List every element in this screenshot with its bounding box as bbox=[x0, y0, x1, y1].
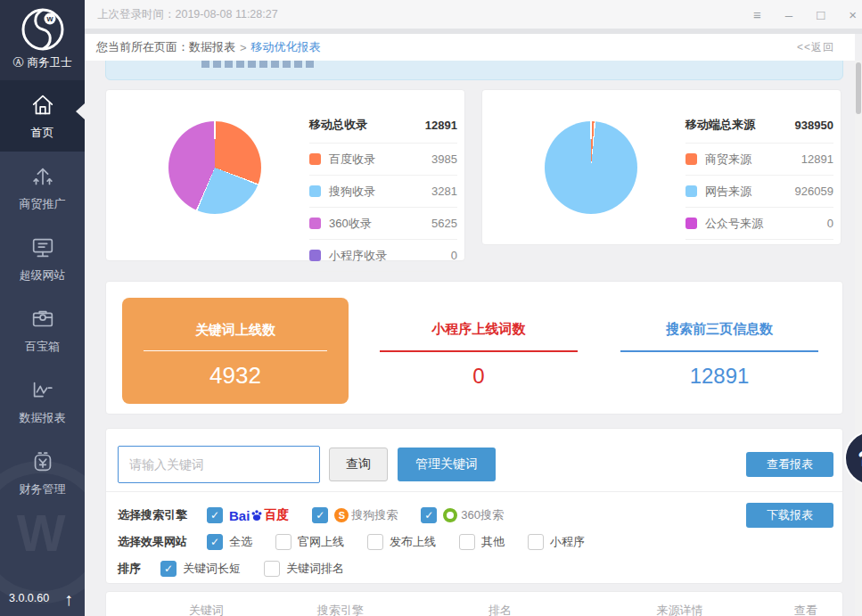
filter-card: 查询 管理关键词 查看报表 下载报表 选择搜索引擎 Bai 百度 S 搜狗搜索 … bbox=[105, 428, 843, 584]
stat-label: 关键词上线数 bbox=[122, 322, 349, 339]
stat-divider bbox=[144, 350, 327, 351]
checkbox-baidu[interactable] bbox=[207, 507, 223, 523]
close-icon[interactable]: × bbox=[849, 7, 857, 22]
column-header-source-detail: 来源详情 bbox=[656, 603, 702, 616]
legend-swatch bbox=[309, 185, 321, 197]
site-option-select-all[interactable]: 全选 bbox=[207, 534, 252, 550]
site-option-other[interactable]: 其他 bbox=[459, 534, 505, 550]
legend-swatch bbox=[309, 250, 321, 261]
legend-label: 搜狗收录 bbox=[329, 184, 375, 200]
legend-label: 商贸来源 bbox=[705, 152, 751, 168]
column-header-keyword: 关键词 bbox=[189, 603, 224, 616]
legend-value: 0 bbox=[451, 249, 457, 262]
engine-option-360: 360搜索 bbox=[421, 507, 504, 523]
checkbox-keyword-length[interactable] bbox=[160, 561, 177, 577]
legend-label: 百度收录 bbox=[329, 152, 375, 168]
stat-keyword-online[interactable]: 关键词上线数 4932 bbox=[122, 298, 349, 404]
scrollbar-thumb[interactable] bbox=[856, 62, 861, 114]
sidebar-item-super-website[interactable]: 超级网站 bbox=[0, 223, 85, 294]
legend-value: 0 bbox=[827, 217, 833, 230]
query-button[interactable]: 查询 bbox=[329, 448, 388, 481]
checkbox-sogou[interactable] bbox=[312, 507, 328, 523]
download-report-button[interactable]: 下载报表 bbox=[746, 503, 833, 528]
legend-value: 926059 bbox=[795, 185, 833, 198]
report-icon bbox=[29, 377, 56, 404]
legend-title: 移动总收录 bbox=[309, 117, 367, 133]
site-option-miniprogram[interactable]: 小程序 bbox=[528, 534, 585, 550]
checkbox-select-all[interactable] bbox=[207, 534, 223, 550]
site-option-publish[interactable]: 发布上线 bbox=[367, 534, 436, 550]
sidebar-item-toolbox[interactable]: 百宝箱 bbox=[0, 294, 85, 365]
mobile-source-card: 移动端总来源 938950 商贸来源 12891 网告来源 926059 公众号… bbox=[481, 89, 841, 245]
sort-option-rank[interactable]: 关键词排名 bbox=[264, 561, 344, 577]
legend-total: 12891 bbox=[425, 119, 457, 132]
keyword-search-input[interactable] bbox=[118, 446, 320, 483]
stat-divider bbox=[380, 350, 578, 352]
checkbox-official-online[interactable] bbox=[275, 534, 291, 550]
minimize-icon[interactable]: – bbox=[785, 7, 792, 22]
contact-float-button[interactable]: ☎ bbox=[844, 431, 862, 486]
mobile-source-pie-chart bbox=[545, 121, 637, 214]
checkbox-360[interactable] bbox=[421, 507, 437, 523]
sidebar-item-promotion[interactable]: 商贸推广 bbox=[0, 152, 85, 223]
sort-option-length[interactable]: 关键词长短 bbox=[160, 561, 241, 577]
checkbox-keyword-rank[interactable] bbox=[264, 561, 280, 577]
breadcrumb: 您当前所在页面：数据报表 > 移动优化报表 <<返回 bbox=[85, 34, 855, 61]
version-label: 3.0.0.60 bbox=[9, 592, 49, 604]
sidebar-item-label: 首页 bbox=[31, 125, 54, 141]
upgrade-arrow-icon[interactable]: ↑ bbox=[64, 589, 73, 610]
checkbox-other[interactable] bbox=[459, 534, 475, 550]
vertical-scrollbar bbox=[855, 61, 862, 616]
legend-label: 小程序收录 bbox=[329, 248, 387, 264]
manage-keywords-button[interactable]: 管理关键词 bbox=[398, 448, 496, 481]
stat-top3-info[interactable]: 搜索前三页信息数 12891 bbox=[603, 321, 835, 389]
stat-miniprogram-words[interactable]: 小程序上线词数 0 bbox=[363, 321, 595, 389]
stat-label: 搜索前三页信息数 bbox=[603, 321, 835, 338]
site-option-official[interactable]: 官网上线 bbox=[275, 534, 344, 550]
sort-row: 排序 关键词长短 关键词排名 bbox=[118, 560, 367, 578]
legend-value: 5625 bbox=[431, 217, 457, 230]
sidebar-item-home[interactable]: 首页 bbox=[0, 80, 85, 152]
column-header-rank: 排名 bbox=[488, 603, 512, 616]
sort-row-label: 排序 bbox=[118, 561, 141, 577]
sogou-logo-icon: S bbox=[334, 508, 349, 522]
breadcrumb-current[interactable]: 移动优化报表 bbox=[251, 39, 321, 55]
mobile-index-legend: 移动总收录 12891 百度收录 3985 搜狗收录 3281 360收录 56… bbox=[309, 111, 457, 272]
legend-label: 网告来源 bbox=[705, 184, 751, 200]
view-report-button[interactable]: 查看报表 bbox=[746, 452, 833, 477]
menu-icon[interactable]: ≡ bbox=[753, 7, 761, 22]
legend-swatch bbox=[685, 218, 697, 229]
legend-label: 公众号来源 bbox=[705, 216, 763, 232]
stat-value: 0 bbox=[363, 364, 595, 389]
legend-row: 小程序收录 0 bbox=[309, 239, 457, 271]
sidebar-item-data-report[interactable]: 数据报表 bbox=[0, 365, 85, 437]
column-header-view: 查看 bbox=[794, 603, 817, 616]
stat-value: 4932 bbox=[122, 362, 349, 390]
filter-divider bbox=[106, 491, 842, 492]
brand-badge-icon: Ⓐ bbox=[13, 55, 24, 70]
maximize-icon[interactable]: □ bbox=[817, 7, 825, 22]
legend-value: 3281 bbox=[431, 185, 457, 198]
last-login-text: 上次登录时间：2019-08-08 11:28:27 bbox=[97, 7, 278, 22]
column-header-engine: 搜索引擎 bbox=[317, 603, 364, 616]
sidebar-item-label: 百宝箱 bbox=[25, 339, 60, 355]
promote-icon bbox=[29, 163, 56, 190]
checkbox-miniprogram[interactable] bbox=[528, 534, 544, 550]
mobile-index-card: 移动总收录 12891 百度收录 3985 搜狗收录 3281 360收录 56… bbox=[105, 89, 465, 261]
brand-name: 商务卫士 bbox=[28, 55, 72, 70]
breadcrumb-separator: > bbox=[240, 41, 247, 54]
mobile-source-legend: 移动端总来源 938950 商贸来源 12891 网告来源 926059 公众号… bbox=[685, 111, 833, 240]
stats-card: 关键词上线数 4932 小程序上线词数 0 搜索前三页信息数 12891 bbox=[105, 281, 843, 415]
home-icon bbox=[29, 92, 56, 119]
legend-row: 网告来源 926059 bbox=[685, 175, 833, 207]
search-engine-row: 选择搜索引擎 Bai 百度 S 搜狗搜索 360搜索 bbox=[118, 506, 527, 524]
legend-swatch bbox=[309, 153, 321, 165]
search-engine-row-label: 选择搜索引擎 bbox=[118, 507, 187, 523]
toolbox-icon bbox=[29, 306, 56, 333]
legend-label: 360收录 bbox=[329, 216, 372, 232]
stat-value: 12891 bbox=[603, 364, 835, 389]
legend-swatch bbox=[685, 153, 697, 165]
breadcrumb-section: 数据报表 bbox=[189, 39, 235, 55]
checkbox-publish-online[interactable] bbox=[367, 534, 383, 550]
back-link[interactable]: <<返回 bbox=[797, 40, 834, 55]
